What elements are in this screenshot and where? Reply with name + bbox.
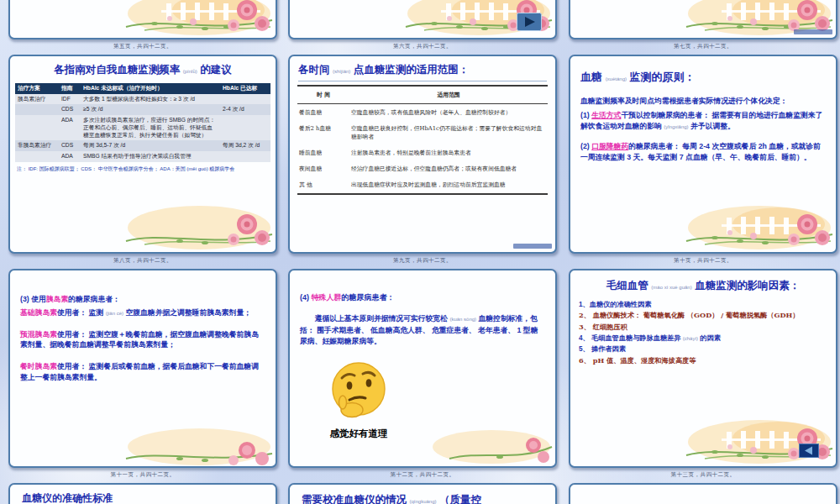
title-text: 血糖监测的影响因素： [692,280,800,291]
table-row: 非胰岛素治疗 CDS 每周 3d,5-7 次 /d 每周 3d,2 次 /d [15,140,270,151]
back-icon[interactable] [799,444,819,458]
title-text: 各时间 [298,64,333,76]
body-paragraph: 基础胰岛素使用者： 监测 (jiān cè) 空腹血糖并据之调整睡前胰岛素剂量； [20,307,265,318]
body-text: (2) [580,142,591,150]
highlight-term: 特殊人群 [312,293,342,302]
table-cell: 每周 3d,2 次 /d [220,140,270,151]
list-item: 3、 红细胞压积 [579,322,827,333]
pinyin-annotation: (yǐngxiǎng) [664,124,688,129]
col-header: 时 间 [297,86,349,104]
slide-cell [569,483,837,504]
table-cell: 其 他 [297,177,349,194]
body-paragraph: 预混胰岛素使用者： 监测空腹＋晚餐前血糖，据空腹血糖调整晚餐前胰岛素剂量、据晚餐… [20,329,265,351]
list-item: 6、 pH 值、温度、湿度和海拔高度等 [579,355,827,366]
slide-caption: 第五页，共四十二页。 [8,43,277,50]
list-item: 4、 毛细血管血糖与静脉血糖差异 (chāyì) 的因素 [579,333,827,344]
play-icon[interactable] [517,13,542,31]
body-text: 的糖尿病患者： [68,295,120,303]
slide-cell: (4) 特殊人群的糖尿病患者： 遵循以上基本原则并据情况可实行较宽松 (kuān… [288,269,557,479]
table-cell: 餐前血糖 [297,104,349,121]
slide-thumbnail-partial-3[interactable] [569,0,837,39]
title-text: 点血糖监测的适用范围： [350,64,469,76]
body-paragraph: (1) 生活方式干预以控制糖尿病的患者： 据需要有目的地进行血糖监测来了解饮食运… [580,110,826,131]
slide-thumbnail-partial-2[interactable] [288,0,557,39]
table-cell: ADA [59,151,81,162]
title-text: 毛细血管 [606,280,651,291]
table-cell: CDS [59,140,81,151]
col-header: 指南 [59,83,81,94]
title-pinyin: (qíngkuàng) [409,499,436,504]
table-cell: IDF [59,94,81,105]
table-row: 睡前血糖 注射胰岛素患者，特别是晚餐前注射胰岛素患者 [297,145,548,161]
slide-thumbnail-capillary-factors[interactable]: 毛细血管 (máo xì xuè guǎn) 血糖监测的影响因素： 1、血糖仪的… [569,269,837,468]
table-cell [15,104,59,115]
slide-thumbnail-timepoints[interactable]: 各时间 (shíjiān) 点血糖监测的适用范围： 时 间 适用范围 餐前血糖 … [288,55,557,254]
slide-cell: 第五页，共四十二页。 [8,0,277,50]
table-cell: 多次注射或胰岛素泵治疗，应进行 SMBG 的时间点：正餐和点心前、偶尔餐后、睡前… [81,115,220,140]
table-cell: 每周 3d,5-7 次 /d [81,140,220,151]
table-cell [220,115,270,140]
table-cell: 注射胰岛素患者，特别是晚餐前注射胰岛素患者 [349,145,548,161]
col-header: 适用范围 [349,86,548,104]
slide-title: 毛细血管 (máo xì xuè guǎn) 血糖监测的影响因素： [587,278,819,293]
table-row: 其 他 出现低血糖症状时应及时监测血糖，剧烈运动前后宜监测血糖 [297,177,548,194]
list-item: 1、血糖仪的准确性因素 [579,299,827,310]
table-cell: 餐后2 h血糖 [297,120,349,144]
slide-cell: 血糖仪的准确性标准 (biāozhǔn) [8,483,277,504]
table-cell: 睡前血糖 [297,145,349,161]
title-pinyin: (shíjiān) [333,69,350,74]
table-cell: SMBG 结果有助于指导治疗决策或自我管理 [81,151,220,162]
title-pinyin: (pínlǜ) [183,69,197,74]
col-header: HbAlc 未达标或（治疗开始时） [81,83,220,94]
body-text: 的因素 [698,334,721,342]
body-text: (3) 使用 [20,295,46,303]
floral-decoration [680,199,835,251]
slide-thumbnail-blank[interactable] [569,483,837,504]
slide-thumbnail-calibration[interactable]: 需要校准血糖仪的情况 (qíngkuàng) （质量控 [288,483,557,504]
title-pinyin: (xuètáng) [606,76,627,81]
table-cell [15,115,59,140]
col-header: 治疗方案 [15,83,59,94]
title-text: 各指南对自我血糖监测频率 [54,64,182,76]
table-row: ADA 多次注射或胰岛素泵治疗，应进行 SMBG 的时间点：正餐和点心前、偶尔餐… [15,115,270,140]
slide-thumbnail-special-populations[interactable]: (4) 特殊人群的糖尿病患者： 遵循以上基本原则并据情况可实行较宽松 (kuān… [288,269,557,468]
slide-thumbnail-principles[interactable]: 血糖 (xuètáng) 监测的原则： 血糖监测频率及时间点均需根据患者实际情况… [569,55,837,254]
highlight-term: 预混胰岛素 [20,330,57,339]
guidelines-table: 治疗方案 指南 HbAlc 未达标或（治疗开始时） HbAlc 已达标 胰岛素治… [15,83,270,162]
watermark [794,29,832,34]
slide-thumbnail-insulin-users[interactable]: (3) 使用胰岛素的糖尿病患者： 基础胰岛素使用者： 监测 (jiān cè) … [8,269,277,468]
table-header-row: 时 间 适用范围 [297,86,548,104]
slide-thumbnail-guidelines[interactable]: 各指南对自我血糖监测频率 (pínlǜ) 的建议 治疗方案 指南 HbAlc 未… [8,55,277,254]
thinking-face-emoji [327,360,391,423]
table-cell: CDS [59,104,81,115]
slide-caption: 第十页，共四十二页。 [569,257,837,265]
watermark [513,244,552,249]
slide-cell: 毛细血管 (máo xì xuè guǎn) 血糖监测的影响因素： 1、血糖仪的… [569,269,837,479]
body-text: 并予以调整。 [689,122,735,130]
timepoints-table: 时 间 适用范围 餐前血糖 空腹血糖较高，或有低血糖风险时（老年人、血糖控制较好… [297,85,548,195]
table-row: 餐后2 h血糖 空腹血糖已获良好控制，但HbA1c仍不能达标者；需要了解饮食和运… [297,120,548,144]
slide-cell: 各时间 (shíjiān) 点血糖监测的适用范围： 时 间 适用范围 餐前血糖 … [288,55,557,265]
slide-title: 各时间 (shíjiān) 点血糖监测的适用范围： [298,63,547,81]
table-row: 餐前血糖 空腹血糖较高，或有低血糖风险时（老年人、血糖控制较好者） [297,104,548,121]
slide-cell: 血糖 (xuètáng) 监测的原则： 血糖监测频率及时间点均需根据患者实际情况… [569,55,837,265]
floral-decoration [119,413,275,465]
slide-caption: 第七页，共四十二页。 [569,43,837,50]
table-cell: 夜间血糖 [297,161,349,177]
pinyin-annotation: (kuān sōng) [449,317,476,322]
thinking-emoji-block: 感觉好有道理 [308,360,409,440]
table-row: 夜间血糖 经治疗血糖已接近达标，但空腹血糖仍高者；或疑有夜间低血糖者 [297,161,548,177]
table-cell: 非胰岛素治疗 [15,140,59,151]
table-cell: 胰岛素治疗 [15,94,59,105]
list-item: 2、 血糖仪酶技术： 葡萄糖氧化酶 （GOD） / 葡萄糖脱氢酶（GDH） [579,310,827,321]
slide-thumbnail-partial-1[interactable] [8,0,277,39]
table-cell: 空腹血糖已获良好控制，但HbA1c仍不能达标者；需要了解饮食和运动对血糖影响者 [349,120,548,144]
slide-caption: 第十一页，共四十二页。 [8,471,277,479]
highlight-term: 基础胰岛素 [20,308,57,317]
slide-title: 需要校准血糖仪的情况 (qíngkuàng) （质量控 [302,493,543,504]
title-text: （质量控 [437,494,481,504]
slide-thumbnail-accuracy-standard[interactable]: 血糖仪的准确性标准 (biāozhǔn) [8,483,277,504]
pinyin-annotation: (jiān cè) [106,311,123,316]
title-text: 监测的原则： [627,71,696,83]
slide-title: 各指南对自我血糖监测频率 (pínlǜ) 的建议 [13,63,272,77]
